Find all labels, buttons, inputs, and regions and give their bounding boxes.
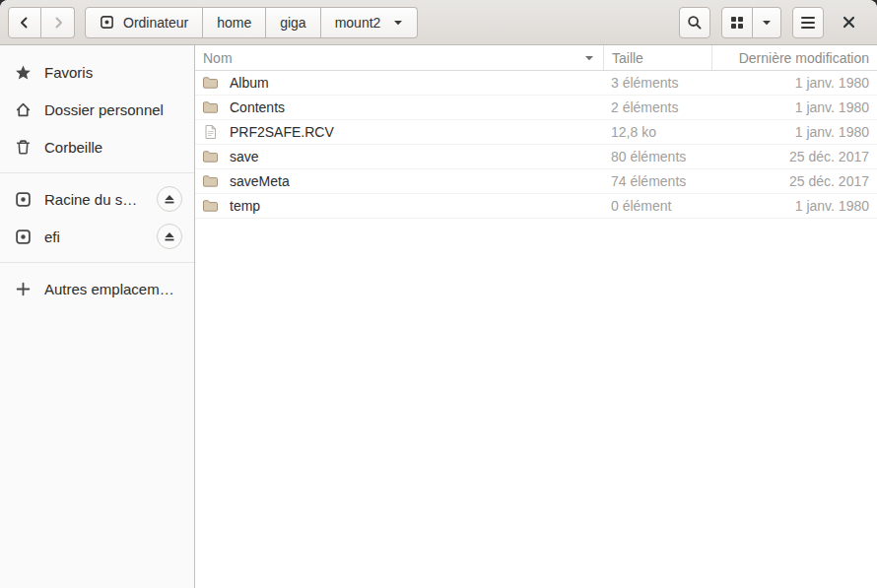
eject-button[interactable] [157,186,182,212]
file-name: Album [230,75,269,91]
chevron-left-icon [17,15,33,31]
path-segment-label: mount2 [335,15,381,31]
chevron-down-icon [762,19,772,27]
file-size: 80 éléments [603,149,711,164]
folder-icon [202,99,219,115]
column-header-name[interactable]: Nom [195,50,603,66]
sidebar-item-system-root[interactable]: Racine du systè… [0,180,194,218]
file-name-cell: Album [195,75,603,91]
close-icon [843,16,855,29]
file-modified: 1 janv. 1980 [711,75,877,91]
close-button[interactable] [832,6,865,39]
table-row[interactable]: save 80 éléments 25 déc. 2017 [195,145,877,169]
file-name-cell: save [195,149,603,164]
view-options-button[interactable] [753,7,781,38]
path-segment-giga[interactable]: giga [266,7,320,38]
grid-view-icon [731,17,743,29]
plus-icon [15,281,32,297]
file-list-pane: Nom Taille Dernière modification [195,45,877,588]
folder-icon [202,198,219,214]
table-row[interactable]: PRF2SAFE.RCV 12,8 ko 1 janv. 1980 [195,120,877,145]
sidebar-item-favorites[interactable]: Favoris [0,53,194,91]
menu-button[interactable] [792,7,824,38]
chevron-right-icon [50,15,66,31]
file-size: 3 éléments [603,75,711,91]
forward-button[interactable] [41,7,75,38]
sidebar-item-trash[interactable]: Corbeille [0,128,194,165]
document-icon [202,124,219,140]
window-body: Favoris Dossier personnel Corbeille Ra [0,45,877,588]
file-size: 74 éléments [603,173,711,189]
sidebar-separator [0,172,194,173]
view-switcher [721,7,781,38]
file-size: 0 élément [603,198,711,214]
column-header-size[interactable]: Taille [603,45,711,70]
file-modified: 1 janv. 1980 [711,99,877,115]
table-row[interactable]: Album 3 éléments 1 janv. 1980 [195,71,877,96]
file-name: save [230,149,259,164]
history-nav [8,7,75,38]
sidebar-separator [0,262,194,263]
table-row[interactable]: temp 0 élément 1 janv. 1980 [195,194,877,219]
grid-view-button[interactable] [721,7,753,38]
sidebar-item-label: Corbeille [44,139,182,156]
home-icon [15,101,32,118]
folder-icon [202,149,219,164]
file-size: 2 éléments [603,99,711,115]
sidebar-item-label: Dossier personnel [44,101,182,118]
chevron-down-icon [393,19,403,27]
file-name-cell: saveMeta [195,173,603,189]
file-name: saveMeta [230,173,290,189]
trash-icon [15,139,32,156]
path-segment-label: Ordinateur [123,15,188,31]
list-header: Nom Taille Dernière modification [195,45,877,71]
search-button[interactable] [679,7,710,38]
drive-icon [15,191,32,208]
table-row[interactable]: Contents 2 éléments 1 janv. 1980 [195,96,877,120]
sidebar-item-label: Favoris [44,64,182,81]
file-name-cell: temp [195,198,603,214]
file-name-cell: PRF2SAFE.RCV [195,124,603,140]
back-button[interactable] [8,7,41,38]
file-modified: 1 janv. 1980 [711,198,877,214]
folder-icon [202,173,219,189]
sidebar-item-label: efi [44,229,144,245]
sidebar: Favoris Dossier personnel Corbeille Ra [0,45,195,588]
path-bar: Ordinateur home giga mount2 [85,7,418,38]
sidebar-item-efi[interactable]: efi [0,218,194,255]
file-size: 12,8 ko [603,124,711,140]
column-header-label: Nom [203,50,233,66]
file-manager-window: Ordinateur home giga mount2 [0,0,877,588]
sidebar-item-label: Racine du systè… [44,191,144,208]
drive-icon [100,15,114,30]
file-name: temp [230,198,260,214]
table-row[interactable]: saveMeta 74 éléments 25 déc. 2017 [195,169,877,194]
column-header-label: Taille [612,50,643,66]
column-header-modified[interactable]: Dernière modification [711,45,877,70]
path-segment-label: giga [280,15,305,31]
path-segment-label: home [217,15,251,31]
file-name-cell: Contents [195,99,603,115]
folder-icon [202,75,219,91]
search-icon [687,15,703,31]
path-segment-computer[interactable]: Ordinateur [85,7,203,38]
file-name: Contents [230,99,285,115]
hamburger-icon [801,17,815,29]
star-icon [15,64,32,81]
file-modified: 25 déc. 2017 [711,173,877,189]
sidebar-item-other-locations[interactable]: Autres emplacements [0,270,194,307]
column-header-label: Dernière modification [739,50,869,66]
file-modified: 25 déc. 2017 [711,149,877,164]
drive-icon [15,229,32,245]
file-modified: 1 janv. 1980 [711,124,877,140]
path-segment-home[interactable]: home [203,7,266,38]
eject-button[interactable] [157,224,182,249]
titlebar: Ordinateur home giga mount2 [0,0,877,45]
sidebar-item-home[interactable]: Dossier personnel [0,91,194,128]
path-segment-mount2-current[interactable]: mount2 [321,7,419,38]
sidebar-item-label: Autres emplacements [44,281,182,297]
sort-descending-icon [584,54,594,62]
file-name: PRF2SAFE.RCV [230,124,334,140]
